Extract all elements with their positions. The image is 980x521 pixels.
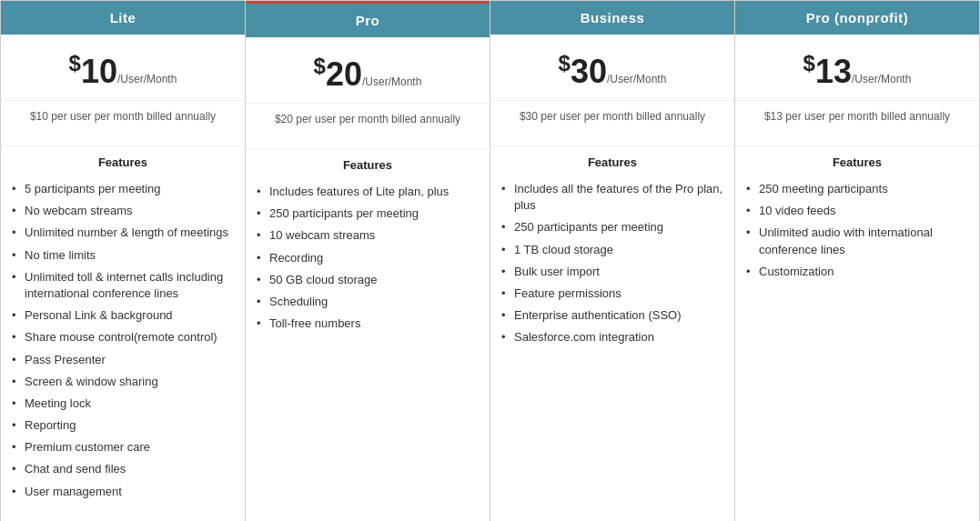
list-item: Unlimited number & length of meetings (12, 222, 234, 244)
list-item: Customization (746, 261, 968, 283)
features-section-lite: Features5 participants per meetingNo web… (1, 146, 245, 521)
price-per-pro: /User/Month (362, 75, 421, 88)
list-item: 10 webcam streams (257, 225, 479, 246)
pricing-table: Lite$10/User/Month$10 per user per month… (0, 0, 980, 521)
plan-billed-pro: $20 per user per month billed annually (246, 104, 490, 149)
features-list-lite: 5 participants per meetingNo webcam stre… (12, 178, 234, 503)
price-per-business: /User/Month (607, 73, 666, 85)
plan-pro: Pro$20/User/Month$20 per user per month … (246, 1, 490, 521)
plan-lite: Lite$10/User/Month$10 per user per month… (1, 1, 246, 521)
features-list-pro-nonprofit: 250 meeting participants10 video feedsUn… (746, 178, 968, 283)
list-item: 250 meeting participants (746, 178, 968, 200)
list-item: Pass Presenter (12, 349, 234, 371)
plan-billed-lite: $10 per user per month billed annually (1, 101, 245, 146)
list-item: Enterprise authentication (SSO) (501, 305, 723, 326)
list-item: 1 TB cloud storage (501, 239, 723, 261)
list-item: Salesforce.com integration (501, 326, 723, 348)
plan-header-pro: Pro (246, 1, 490, 37)
list-item: 250 participants per meeting (501, 216, 723, 238)
features-list-pro: Includes features of Lite plan, plus250 … (257, 181, 479, 335)
plan-billed-pro-nonprofit: $13 per user per month billed annually (735, 101, 979, 146)
list-item: Includes all the features of the Pro pla… (501, 178, 723, 216)
features-list-business: Includes all the features of the Pro pla… (501, 178, 723, 349)
list-item: No webcam streams (12, 200, 234, 222)
list-item: Premium customer care (12, 436, 234, 458)
price-amount-business: $30 (559, 53, 607, 90)
plan-pro-nonprofit: Pro (nonprofit)$13/User/Month$13 per use… (735, 1, 979, 521)
features-title-lite: Features (12, 155, 234, 169)
list-item: 50 GB cloud storage (257, 269, 479, 291)
list-item: Personal Link & background (12, 305, 234, 326)
plan-business: Business$30/User/Month$30 per user per m… (490, 1, 735, 521)
list-item: Recording (257, 247, 479, 269)
price-per-pro-nonprofit: /User/Month (852, 73, 911, 85)
features-title-pro-nonprofit: Features (746, 155, 968, 169)
list-item: Screen & window sharing (12, 371, 234, 393)
price-amount-pro: $20 (314, 55, 362, 93)
list-item: Reporting (12, 415, 234, 436)
list-item: Feature permissions (501, 283, 723, 305)
features-section-business: FeaturesIncludes all the features of the… (490, 146, 734, 367)
plan-price-lite: $10/User/Month (1, 35, 245, 101)
plan-price-pro: $20/User/Month (246, 37, 490, 104)
list-item: No time limits (12, 245, 234, 266)
list-item: 250 participants per meeting (257, 203, 479, 225)
list-item: Meeting lock (12, 393, 234, 415)
price-amount-lite: $10 (69, 53, 117, 90)
features-title-business: Features (501, 155, 723, 169)
features-section-pro-nonprofit: Features250 meeting participants10 video… (735, 146, 979, 301)
plan-header-lite: Lite (1, 1, 245, 35)
features-title-pro: Features (257, 158, 479, 172)
plan-header-pro-nonprofit: Pro (nonprofit) (735, 1, 979, 35)
list-item: Share mouse control(remote control) (12, 326, 234, 348)
list-item: 5 participants per meeting (12, 178, 234, 200)
list-item: Unlimited audio with international confe… (746, 222, 968, 260)
list-item: Toll-free numbers (257, 313, 479, 335)
list-item: User management (12, 481, 234, 503)
list-item: 10 video feeds (746, 200, 968, 222)
plan-price-pro-nonprofit: $13/User/Month (735, 35, 979, 101)
price-per-lite: /User/Month (117, 73, 177, 85)
list-item: Chat and send files (12, 458, 234, 480)
list-item: Scheduling (257, 291, 479, 313)
list-item: Unlimited toll & internet calls includin… (12, 266, 234, 305)
plan-price-business: $30/User/Month (490, 35, 734, 101)
plan-billed-business: $30 per user per month billed annually (490, 101, 734, 146)
list-item: Includes features of Lite plan, plus (257, 181, 479, 203)
features-section-pro: FeaturesIncludes features of Lite plan, … (246, 149, 490, 353)
list-item: Bulk user import (501, 261, 723, 283)
price-amount-pro-nonprofit: $13 (803, 53, 852, 90)
plan-header-business: Business (490, 1, 734, 35)
